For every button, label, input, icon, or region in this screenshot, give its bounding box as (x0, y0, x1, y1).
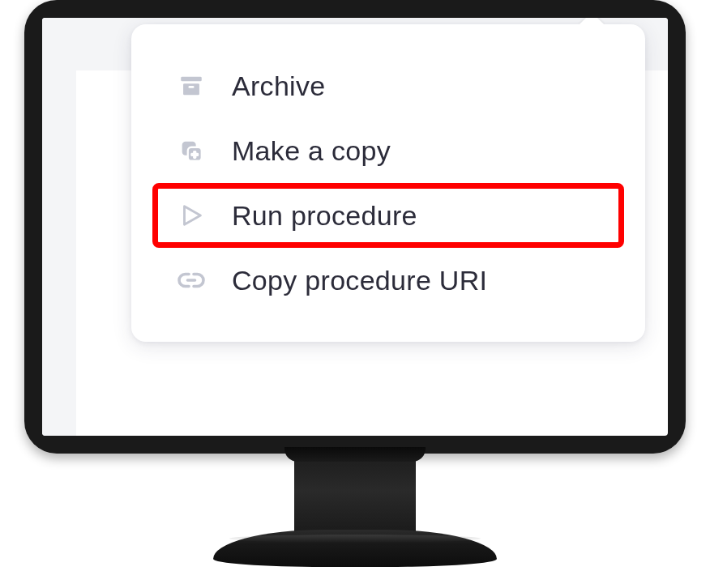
svg-rect-1 (183, 83, 199, 95)
dropdown-arrow (579, 18, 605, 25)
menu-item-label: Run procedure (232, 200, 417, 232)
copy-icon (175, 134, 207, 167)
monitor-stand-base (213, 530, 497, 567)
background-sidebar (42, 18, 76, 436)
menu-item-copy-uri[interactable]: Copy procedure URI (152, 248, 624, 313)
menu-item-archive[interactable]: Archive (152, 53, 624, 118)
monitor-stand-neck (294, 447, 416, 535)
menu-item-label: Copy procedure URI (232, 265, 487, 296)
play-icon (175, 199, 207, 232)
link-icon (175, 264, 207, 296)
svg-rect-6 (190, 153, 199, 156)
menu-item-label: Make a copy (232, 135, 391, 167)
archive-icon (175, 70, 207, 102)
svg-marker-7 (185, 207, 201, 225)
svg-rect-2 (188, 86, 194, 88)
menu-item-make-copy[interactable]: Make a copy (152, 118, 624, 183)
menu-item-label: Archive (232, 70, 325, 102)
svg-rect-0 (181, 77, 202, 82)
context-menu: Archive Make a copy (131, 24, 645, 342)
monitor-frame: Archive Make a copy (24, 0, 686, 454)
menu-item-run-procedure[interactable]: Run procedure (152, 183, 624, 248)
screen-area: Archive Make a copy (42, 18, 668, 436)
